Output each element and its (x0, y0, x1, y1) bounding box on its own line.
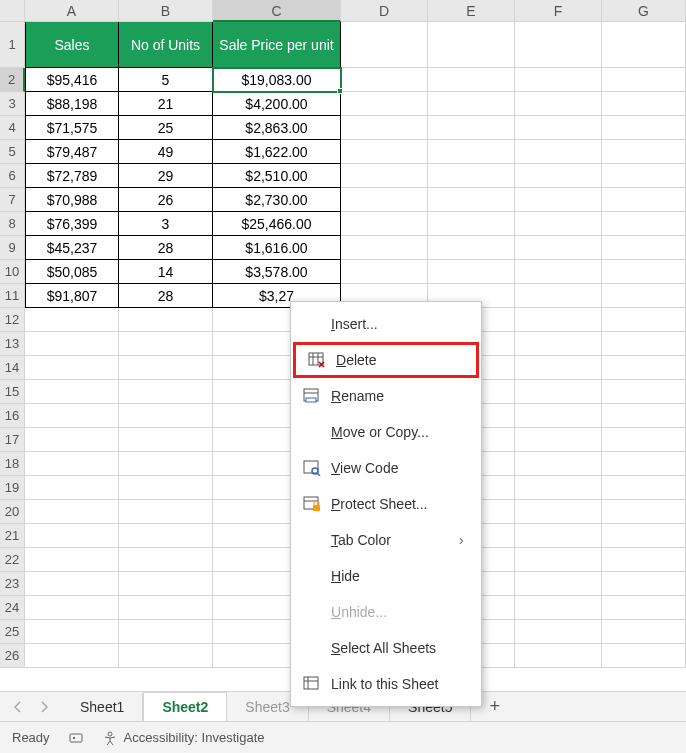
menu-item-view-code[interactable]: View Code (291, 450, 481, 486)
cell-B17[interactable] (119, 428, 213, 452)
cell-A15[interactable] (25, 380, 119, 404)
cell-B22[interactable] (119, 548, 213, 572)
row-header-9[interactable]: 9 (0, 236, 25, 260)
cell-G23[interactable] (602, 572, 686, 596)
cell-A3[interactable]: $88,198 (25, 92, 119, 116)
header-price[interactable]: Sale Price per unit (213, 22, 341, 68)
cell-G17[interactable] (602, 428, 686, 452)
cell-C4[interactable]: $2,863.00 (213, 116, 341, 140)
cell-G9[interactable] (602, 236, 686, 260)
header-sales[interactable]: Sales (25, 22, 119, 68)
cell-G10[interactable] (602, 260, 686, 284)
cell-D7[interactable] (341, 188, 428, 212)
cell-A24[interactable] (25, 596, 119, 620)
cell-D10[interactable] (341, 260, 428, 284)
col-header-G[interactable]: G (602, 0, 686, 22)
cell-G3[interactable] (602, 92, 686, 116)
cell-B26[interactable] (119, 644, 213, 668)
cell-G24[interactable] (602, 596, 686, 620)
cell-D1[interactable] (341, 22, 428, 68)
row-header-22[interactable]: 22 (0, 548, 25, 572)
cell-F23[interactable] (515, 572, 602, 596)
cell-G25[interactable] (602, 620, 686, 644)
cell-G14[interactable] (602, 356, 686, 380)
cell-B19[interactable] (119, 476, 213, 500)
cell-B21[interactable] (119, 524, 213, 548)
row-header-3[interactable]: 3 (0, 92, 25, 116)
cell-G4[interactable] (602, 116, 686, 140)
cell-F12[interactable] (515, 308, 602, 332)
cell-D2[interactable] (341, 68, 428, 92)
menu-item-hide[interactable]: Hide (291, 558, 481, 594)
cell-E6[interactable] (428, 164, 515, 188)
cell-F3[interactable] (515, 92, 602, 116)
menu-item-delete[interactable]: Delete (293, 342, 479, 378)
cell-G21[interactable] (602, 524, 686, 548)
menu-item-move-or-copy[interactable]: Move or Copy... (291, 414, 481, 450)
row-header-26[interactable]: 26 (0, 644, 25, 668)
cell-B11[interactable]: 28 (119, 284, 213, 308)
cell-E7[interactable] (428, 188, 515, 212)
cell-A7[interactable]: $70,988 (25, 188, 119, 212)
menu-item-select-all-sheets[interactable]: Select All Sheets (291, 630, 481, 666)
cell-E2[interactable] (428, 68, 515, 92)
row-header-7[interactable]: 7 (0, 188, 25, 212)
cell-A17[interactable] (25, 428, 119, 452)
cell-F10[interactable] (515, 260, 602, 284)
cell-A23[interactable] (25, 572, 119, 596)
cell-E1[interactable] (428, 22, 515, 68)
cell-B20[interactable] (119, 500, 213, 524)
cell-B14[interactable] (119, 356, 213, 380)
cell-C3[interactable]: $4,200.00 (213, 92, 341, 116)
cell-D3[interactable] (341, 92, 428, 116)
cell-C5[interactable]: $1,622.00 (213, 140, 341, 164)
cell-F6[interactable] (515, 164, 602, 188)
cell-A6[interactable]: $72,789 (25, 164, 119, 188)
cell-B10[interactable]: 14 (119, 260, 213, 284)
menu-item-insert[interactable]: Insert... (291, 306, 481, 342)
cell-E9[interactable] (428, 236, 515, 260)
cell-E5[interactable] (428, 140, 515, 164)
col-header-E[interactable]: E (428, 0, 515, 22)
tab-sheet2[interactable]: Sheet2 (143, 692, 227, 721)
cell-C6[interactable]: $2,510.00 (213, 164, 341, 188)
tab-prev-button[interactable] (8, 697, 28, 717)
menu-item-rename[interactable]: Rename (291, 378, 481, 414)
cell-A19[interactable] (25, 476, 119, 500)
cell-B15[interactable] (119, 380, 213, 404)
row-header-5[interactable]: 5 (0, 140, 25, 164)
cell-A26[interactable] (25, 644, 119, 668)
cell-E4[interactable] (428, 116, 515, 140)
cell-A16[interactable] (25, 404, 119, 428)
cell-F14[interactable] (515, 356, 602, 380)
row-header-11[interactable]: 11 (0, 284, 25, 308)
cell-F17[interactable] (515, 428, 602, 452)
cell-A22[interactable] (25, 548, 119, 572)
row-header-4[interactable]: 4 (0, 116, 25, 140)
row-header-6[interactable]: 6 (0, 164, 25, 188)
cell-B2[interactable]: 5 (119, 68, 213, 92)
cell-E8[interactable] (428, 212, 515, 236)
row-header-23[interactable]: 23 (0, 572, 25, 596)
col-header-F[interactable]: F (515, 0, 602, 22)
cell-D6[interactable] (341, 164, 428, 188)
cell-F21[interactable] (515, 524, 602, 548)
cell-B3[interactable]: 21 (119, 92, 213, 116)
cell-G8[interactable] (602, 212, 686, 236)
cell-C8[interactable]: $25,466.00 (213, 212, 341, 236)
cell-F2[interactable] (515, 68, 602, 92)
cell-F4[interactable] (515, 116, 602, 140)
cell-A12[interactable] (25, 308, 119, 332)
cell-F8[interactable] (515, 212, 602, 236)
cell-G18[interactable] (602, 452, 686, 476)
cell-G20[interactable] (602, 500, 686, 524)
cell-B24[interactable] (119, 596, 213, 620)
cell-D9[interactable] (341, 236, 428, 260)
cell-G11[interactable] (602, 284, 686, 308)
cell-F26[interactable] (515, 644, 602, 668)
row-header-18[interactable]: 18 (0, 452, 25, 476)
cell-G5[interactable] (602, 140, 686, 164)
cell-D4[interactable] (341, 116, 428, 140)
cell-F22[interactable] (515, 548, 602, 572)
cell-B8[interactable]: 3 (119, 212, 213, 236)
